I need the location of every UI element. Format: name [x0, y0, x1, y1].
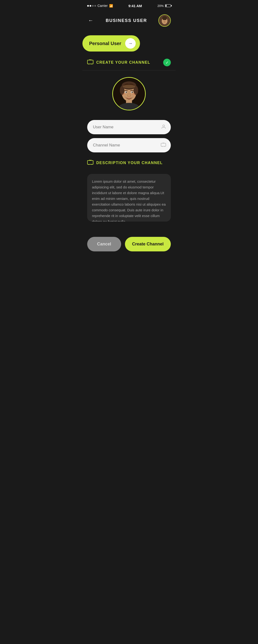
arrow-icon: →	[128, 41, 133, 46]
back-button[interactable]: ←	[87, 16, 94, 24]
checkmark: ✓	[166, 60, 169, 65]
cancel-button[interactable]: Cancel	[87, 237, 121, 252]
status-left: Carrier 📶	[87, 4, 113, 8]
description-section: Lorem ipsum dolor sit amet, consectetur …	[82, 174, 176, 222]
svg-rect-34	[87, 160, 93, 164]
profile-avatar-large[interactable]	[112, 77, 146, 110]
battery-percent: 20%	[157, 4, 164, 8]
svg-point-4	[163, 19, 164, 20]
svg-rect-7	[87, 60, 93, 64]
personal-user-arrow: →	[125, 38, 136, 49]
header-avatar-image	[159, 15, 170, 26]
svg-point-3	[162, 16, 167, 20]
description-title: DESCRIPTION YOUR CHANNEL	[96, 161, 171, 165]
svg-line-36	[91, 164, 92, 165]
check-icon: ✓	[163, 59, 171, 66]
signal-dot-1	[87, 5, 89, 7]
svg-line-35	[89, 164, 89, 165]
create-channel-title: CREATE YOUR CHANNEL	[96, 60, 160, 65]
tv-icon-description	[87, 160, 93, 166]
svg-point-6	[164, 21, 165, 22]
svg-point-5	[165, 19, 166, 20]
avatar-face-svg	[159, 15, 170, 26]
svg-point-19	[122, 85, 136, 88]
status-time: 9:41 AM	[128, 4, 142, 8]
svg-point-25	[132, 92, 133, 92]
description-textarea[interactable]: Lorem ipsum dolor sit amet, consectetur …	[87, 174, 171, 222]
status-right: 20%	[157, 4, 171, 8]
tv-icon-create	[87, 59, 93, 66]
svg-point-22	[126, 91, 127, 93]
wifi-icon: 📶	[109, 4, 113, 8]
bottom-buttons: Cancel Create Channel	[82, 232, 176, 261]
page-title: BUSINESS USER	[106, 18, 147, 23]
svg-point-23	[132, 91, 133, 93]
create-channel-button[interactable]: Create Channel	[125, 237, 171, 252]
user-icon	[161, 124, 166, 130]
channel-tv-icon	[161, 143, 166, 148]
svg-point-27	[132, 93, 136, 96]
status-bar: Carrier 📶 9:41 AM 20%	[82, 0, 176, 10]
svg-line-8	[89, 64, 89, 64]
personal-user-section: Personal User →	[82, 35, 176, 52]
svg-rect-29	[161, 143, 166, 146]
signal-dot-3	[92, 5, 94, 7]
channel-name-input[interactable]	[87, 138, 171, 152]
svg-point-24	[126, 92, 127, 92]
svg-line-9	[91, 64, 92, 64]
signal-dot-4	[94, 5, 96, 7]
svg-point-28	[163, 125, 165, 127]
profile-face	[113, 78, 145, 110]
carrier-label: Carrier	[97, 4, 108, 8]
personal-user-button[interactable]: Personal User →	[82, 35, 140, 52]
profile-avatar-section	[82, 77, 176, 110]
signal-dots	[87, 5, 96, 7]
channelname-wrapper	[87, 138, 171, 152]
signal-dot-2	[90, 5, 91, 7]
description-header: DESCRIPTION YOUR CHANNEL	[82, 160, 176, 170]
input-section	[82, 120, 176, 152]
profile-face-svg	[113, 78, 145, 110]
create-channel-header: CREATE YOUR CHANNEL ✓	[82, 59, 176, 70]
username-input[interactable]	[87, 120, 171, 134]
personal-user-label: Personal User	[89, 41, 121, 46]
username-wrapper	[87, 120, 171, 134]
header-avatar[interactable]	[158, 14, 171, 27]
svg-point-26	[122, 93, 126, 96]
header: ← BUSINESS USER	[82, 10, 176, 32]
battery-icon	[165, 4, 171, 7]
